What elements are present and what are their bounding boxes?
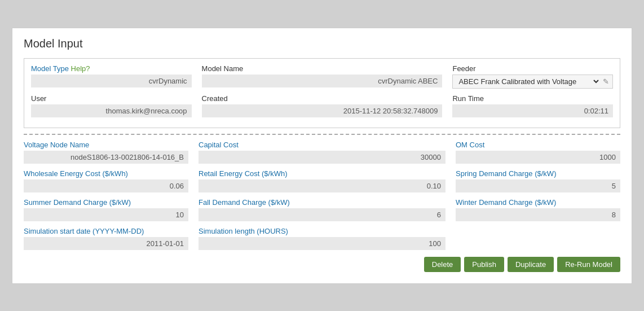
bottom-section: Voltage Node Name Capital Cost OM Cost W… [24,141,620,272]
run-time-group: Run Time [452,94,613,117]
spring-demand-group: Spring Demand Charge ($/kW) [456,169,620,192]
winter-demand-label: Winter Demand Charge ($/kW) [456,198,620,207]
publish-button[interactable]: Publish [464,257,504,272]
run-time-label: Run Time [452,94,613,103]
user-input[interactable] [31,104,192,117]
feeder-select-wrapper: ABEC Frank Calibrated with Voltage ✎ [452,75,613,89]
sim-start-group: Simulation start date (YYYY-MM-DD) [24,227,188,250]
page-title: Model Input [24,37,620,50]
field-row-4: Simulation start date (YYYY-MM-DD) Simul… [24,227,620,250]
top-row-1: Model Type Help? Model Name Feeder ABEC … [31,64,613,89]
delete-button[interactable]: Delete [424,257,461,272]
fall-demand-group: Fall Demand Charge ($/kW) [199,198,445,221]
summer-demand-label: Summer Demand Charge ($/kW) [24,198,188,207]
created-input[interactable] [202,104,443,117]
model-type-group: Model Type Help? [31,64,192,89]
summer-demand-input[interactable] [24,208,188,221]
action-row: Delete Publish Duplicate Re-Run Model [24,257,620,272]
summer-demand-group: Summer Demand Charge ($/kW) [24,198,188,221]
created-label: Created [202,94,443,103]
created-group: Created [202,94,443,117]
sim-start-label: Simulation start date (YYYY-MM-DD) [24,227,188,235]
spring-demand-label: Spring Demand Charge ($/kW) [456,169,620,178]
winter-demand-group: Winter Demand Charge ($/kW) [456,198,620,221]
user-label: User [31,94,192,103]
top-section: Model Type Help? Model Name Feeder ABEC … [24,58,620,128]
voltage-node-label: Voltage Node Name [24,141,188,149]
model-type-label: Model Type Help? [31,64,192,73]
capital-cost-label: Capital Cost [199,141,445,149]
field-row-1: Voltage Node Name Capital Cost OM Cost [24,141,620,164]
capital-cost-group: Capital Cost [199,141,445,164]
sim-length-group: Simulation length (HOURS) [199,227,445,250]
fall-demand-input[interactable] [199,208,445,221]
sim-length-input[interactable] [199,237,445,250]
om-cost-group: OM Cost [456,141,620,164]
sim-start-input[interactable] [24,237,188,250]
field-row-2: Wholesale Energy Cost ($/kWh) Retail Ene… [24,169,620,192]
retail-energy-label: Retail Energy Cost ($/kWh) [199,169,445,178]
field-row-3: Summer Demand Charge ($/kW) Fall Demand … [24,198,620,221]
top-row-2: User Created Run Time [31,94,613,117]
wholesale-energy-input[interactable] [24,179,188,192]
voltage-node-input[interactable] [24,151,188,164]
help-link[interactable]: Help? [71,64,90,73]
rerun-button[interactable]: Re-Run Model [557,257,620,272]
user-group: User [31,94,192,117]
feeder-edit-icon[interactable]: ✎ [603,77,609,86]
feeder-label: Feeder [452,64,613,73]
retail-energy-group: Retail Energy Cost ($/kWh) [199,169,445,192]
spring-demand-input[interactable] [456,179,620,192]
feeder-select[interactable]: ABEC Frank Calibrated with Voltage [456,77,601,86]
voltage-node-group: Voltage Node Name [24,141,188,164]
fall-demand-label: Fall Demand Charge ($/kW) [199,198,445,207]
feeder-group: Feeder ABEC Frank Calibrated with Voltag… [452,64,613,89]
om-cost-label: OM Cost [456,141,620,149]
retail-energy-input[interactable] [199,179,445,192]
model-name-label: Model Name [202,64,443,73]
placeholder-group [456,227,620,250]
model-input-panel: Model Input Model Type Help? Model Name … [12,28,632,284]
section-divider [24,134,620,135]
model-name-group: Model Name [202,64,443,89]
wholesale-energy-label: Wholesale Energy Cost ($/kWh) [24,169,188,178]
model-name-input[interactable] [202,75,443,87]
model-type-input[interactable] [31,75,192,87]
wholesale-energy-group: Wholesale Energy Cost ($/kWh) [24,169,188,192]
capital-cost-input[interactable] [199,151,445,164]
run-time-input[interactable] [452,104,613,117]
sim-length-label: Simulation length (HOURS) [199,227,445,235]
duplicate-button[interactable]: Duplicate [508,257,554,272]
om-cost-input[interactable] [456,151,620,164]
winter-demand-input[interactable] [456,208,620,221]
